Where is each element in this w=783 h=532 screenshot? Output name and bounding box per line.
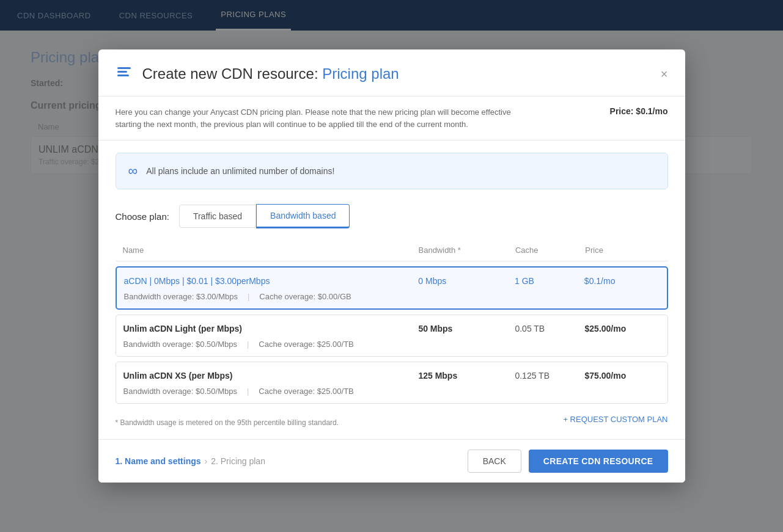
plan-1-bw-overage: Bandwidth overage: $0.50/Mbps xyxy=(123,340,237,349)
plan-2-cache: 0.125 TB xyxy=(515,371,584,381)
footer-buttons: BACK CREATE CDN RESOURCE xyxy=(468,450,668,473)
plans-table-header: Name Bandwidth * Cache Price xyxy=(116,241,668,261)
footer-row: * Bandwidth usage is metered on the 95th… xyxy=(116,411,668,427)
back-button[interactable]: BACK xyxy=(468,450,521,473)
modal-title: Create new CDN resource: Pricing plan xyxy=(142,65,399,82)
plan-0-price: $0.1/mo xyxy=(584,276,660,286)
close-button[interactable]: × xyxy=(661,68,668,80)
plan-2-price: $75.00/mo xyxy=(585,371,660,381)
plan-0-name: aCDN | 0Mbps | $0.01 | $3.00perMbps xyxy=(124,276,419,286)
create-cdn-resource-button[interactable]: CREATE CDN RESOURCE xyxy=(529,450,668,473)
info-banner-text: All plans include an unlimited number of… xyxy=(146,166,334,176)
modal-header: Create new CDN resource: Pricing plan × xyxy=(98,49,685,97)
modal-icon xyxy=(116,64,133,84)
modal-description-row: Here you can change your Anycast CDN pri… xyxy=(98,97,685,140)
breadcrumb-step2[interactable]: 2. Pricing plan xyxy=(211,456,265,466)
infinity-icon: ∞ xyxy=(128,163,138,179)
bandwidth-footnote: * Bandwidth usage is metered on the 95th… xyxy=(116,418,339,427)
plan-2-details: Bandwidth overage: $0.50/Mbps | Cache ov… xyxy=(116,387,667,403)
choose-plan-label: Choose plan: xyxy=(116,211,169,222)
plan-1-bandwidth: 50 Mbps xyxy=(418,324,515,333)
svg-rect-1 xyxy=(117,71,127,73)
plan-row-0-main[interactable]: aCDN | 0Mbps | $0.01 | $3.00perMbps 0 Mb… xyxy=(117,268,667,292)
plan-0-bandwidth: 0 Mbps xyxy=(418,276,515,286)
modal-overlay: Create new CDN resource: Pricing plan × … xyxy=(0,0,783,532)
breadcrumb-step1[interactable]: 1. Name and settings xyxy=(116,456,201,466)
info-banner: ∞ All plans include an unlimited number … xyxy=(116,153,668,189)
plan-0-cache-overage: Cache overage: $0.00/GB xyxy=(259,292,351,301)
modal-footer: 1. Name and settings › 2. Pricing plan B… xyxy=(98,439,685,483)
svg-rect-2 xyxy=(117,75,129,76)
col-header-price: Price xyxy=(585,246,660,255)
plan-1-details: Bandwidth overage: $0.50/Mbps | Cache ov… xyxy=(116,340,667,356)
svg-rect-0 xyxy=(117,67,131,69)
plan-row-0[interactable]: aCDN | 0Mbps | $0.01 | $3.00perMbps 0 Mb… xyxy=(116,266,668,310)
modal-body: ∞ All plans include an unlimited number … xyxy=(98,140,685,439)
plan-row-2-main[interactable]: Unlim aCDN XS (per Mbps) 125 Mbps 0.125 … xyxy=(116,362,667,387)
modal-description-text: Here you can change your Anycast CDN pri… xyxy=(116,106,531,130)
plan-1-sep: | xyxy=(247,340,249,349)
plan-1-price: $25.00/mo xyxy=(585,324,660,333)
plan-chooser: Choose plan: Traffic based Bandwidth bas… xyxy=(116,204,668,228)
plan-row-2[interactable]: Unlim aCDN XS (per Mbps) 125 Mbps 0.125 … xyxy=(116,362,668,404)
plan-1-name: Unlim aCDN Light (per Mbps) xyxy=(123,324,419,333)
tab-bandwidth-based[interactable]: Bandwidth based xyxy=(256,204,350,228)
plan-0-bw-overage: Bandwidth overage: $3.00/Mbps xyxy=(124,292,238,301)
plan-0-cache: 1 GB xyxy=(515,276,584,286)
plan-2-sep: | xyxy=(247,387,249,396)
col-header-bandwidth: Bandwidth * xyxy=(419,246,515,255)
plan-2-bandwidth: 125 Mbps xyxy=(418,371,515,381)
plan-1-cache: 0.05 TB xyxy=(515,324,584,333)
plan-2-bw-overage: Bandwidth overage: $0.50/Mbps xyxy=(123,387,237,396)
plan-2-name: Unlim aCDN XS (per Mbps) xyxy=(123,371,419,381)
modal: Create new CDN resource: Pricing plan × … xyxy=(98,49,685,483)
plan-1-cache-overage: Cache overage: $25.00/TB xyxy=(259,340,353,349)
breadcrumb: 1. Name and settings › 2. Pricing plan xyxy=(116,456,265,466)
plan-0-sep: | xyxy=(248,292,249,301)
plan-row-1-main[interactable]: Unlim aCDN Light (per Mbps) 50 Mbps 0.05… xyxy=(116,315,667,340)
request-custom-plan-link[interactable]: + REQUEST CUSTOM PLAN xyxy=(563,415,667,424)
plan-0-details: Bandwidth overage: $3.00/Mbps | Cache ov… xyxy=(117,292,667,308)
tab-traffic-based[interactable]: Traffic based xyxy=(179,205,256,228)
plan-2-cache-overage: Cache overage: $25.00/TB xyxy=(259,387,353,396)
col-header-cache: Cache xyxy=(515,246,585,255)
breadcrumb-arrow: › xyxy=(205,456,208,466)
col-header-name: Name xyxy=(123,246,419,255)
modal-price: Price: $0.1/mo xyxy=(610,106,668,116)
plan-row-1[interactable]: Unlim aCDN Light (per Mbps) 50 Mbps 0.05… xyxy=(116,315,668,357)
